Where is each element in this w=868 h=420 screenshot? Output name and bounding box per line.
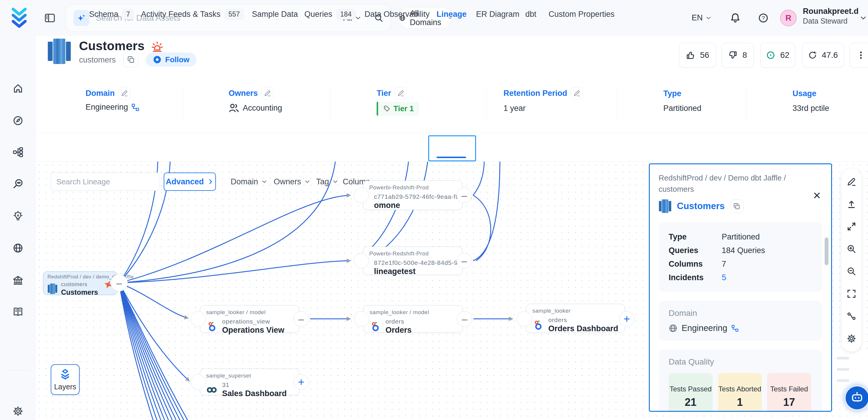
help-icon[interactable]: [758, 13, 769, 23]
expand-downstream-button[interactable]: +: [619, 311, 634, 327]
node-input-port[interactable]: [190, 311, 206, 327]
filter-owners-dropdown[interactable]: Owners: [274, 173, 310, 191]
node-input-port[interactable]: [353, 253, 369, 268]
sidebar-explore-icon[interactable]: [13, 115, 23, 126]
tab-activity-feeds[interactable]: Activity Feeds & Tasks557: [141, 0, 244, 29]
lineage-config-icon[interactable]: [847, 311, 856, 321]
score-button[interactable]: 62: [761, 43, 795, 67]
more-actions-button[interactable]: [850, 43, 868, 67]
sidebar-toggle-icon[interactable]: [44, 12, 56, 24]
expand-all-icon[interactable]: [847, 222, 856, 231]
layers-icon: [59, 368, 71, 380]
hidden-panel-edge: [831, 351, 868, 392]
tests-failed-tile[interactable]: Tests Failed 17: [767, 373, 811, 412]
user-avatar[interactable]: R: [780, 10, 797, 26]
collapse-downstream-button[interactable]: –: [111, 274, 128, 291]
tab-lineage[interactable]: Lineage: [436, 0, 467, 29]
filter-tag-dropdown[interactable]: Tag: [316, 173, 338, 191]
lineage-node-sales-dashboard[interactable]: sample_superset 31 Sales Dashboard: [200, 369, 299, 395]
edit-domain-button[interactable]: [118, 87, 131, 99]
user-menu[interactable]: Rounakpreet.d Data Steward: [803, 6, 859, 26]
sidebar-glossary-icon[interactable]: [13, 306, 23, 317]
node-breadcrumb: RedshiftProd / dev / demo_dbt_jaffle: [48, 274, 113, 280]
skeleton-line: [837, 357, 849, 360]
meta-owners-value[interactable]: Accounting: [228, 102, 282, 113]
tab-sample-data[interactable]: Sample Data: [252, 0, 298, 29]
collapse-downstream-button[interactable]: –: [457, 253, 472, 268]
zoom-in-icon[interactable]: [847, 244, 856, 253]
lineage-node-orders-dashboard[interactable]: sample_looker orders Orders Dashboard: [526, 304, 625, 333]
advanced-filter-button[interactable]: Advanced: [164, 173, 216, 191]
export-icon[interactable]: [847, 200, 856, 209]
lineage-node-customers[interactable]: RedshiftProd / dev / demo_dbt_jaffle cus…: [43, 271, 117, 295]
sidebar-data-flow-icon[interactable]: [13, 147, 23, 157]
copy-name-button[interactable]: [123, 52, 138, 67]
meta-usage-value: 33rd pctile: [793, 104, 829, 113]
chevron-down-icon: [355, 15, 361, 21]
settings-icon[interactable]: [847, 334, 856, 343]
node-sub: 31: [222, 381, 287, 389]
active-tab-underline: [436, 157, 466, 158]
zoom-out-icon[interactable]: [847, 267, 856, 276]
node-input-port[interactable]: [517, 311, 532, 327]
node-input-port[interactable]: [354, 311, 369, 327]
lineage-node-orders[interactable]: sample_looker / model orders Orders: [363, 305, 463, 333]
lineage-search-input[interactable]: [56, 177, 155, 186]
notifications-bell-icon[interactable]: [730, 12, 741, 23]
globe-icon: [669, 324, 678, 333]
collapse-downstream-button[interactable]: –: [457, 187, 472, 203]
tier-badge[interactable]: Tier 1: [377, 102, 419, 116]
tab-dbt[interactable]: dbt: [525, 0, 536, 29]
ai-sparkle-icon[interactable]: [73, 10, 89, 26]
app-logo-icon[interactable]: [10, 8, 28, 28]
layers-button[interactable]: Layers: [51, 364, 80, 395]
panel-breadcrumb[interactable]: RedshiftProd / dev / Demo dbt Jaffle / c…: [659, 173, 822, 195]
lineage-node-lineagetest[interactable]: Powerbi-Redshift-Prod 872e1f0c-500e-4e28…: [363, 247, 462, 275]
lineage-node-operations-view[interactable]: sample_looker / model operations_view Op…: [200, 305, 299, 333]
edit-lineage-icon[interactable]: [847, 177, 856, 186]
tests-passed-tile[interactable]: Tests Passed 21: [669, 373, 713, 412]
expand-downstream-button[interactable]: +: [293, 374, 309, 390]
language-selector[interactable]: EN: [692, 13, 711, 22]
tab-custom-properties[interactable]: Custom Properties: [549, 0, 615, 29]
collapse-downstream-button[interactable]: –: [457, 311, 472, 327]
entity-name: customers: [79, 55, 116, 65]
alert-siren-icon[interactable]: [151, 41, 163, 53]
downvote-button[interactable]: 8: [722, 43, 753, 67]
lineage-canvas[interactable]: Advanced Domain Owners Tag Column Redshi…: [36, 162, 868, 420]
looker-icon: [532, 320, 544, 331]
panel-title-link[interactable]: Customers: [677, 201, 725, 211]
lineage-node-omone[interactable]: Powerbi-Redshift-Prod c771ab29-5792-46fc…: [363, 181, 462, 210]
tab-queries[interactable]: Queries184: [304, 0, 355, 29]
sidebar-settings-icon[interactable]: [13, 406, 23, 417]
tab-data-observability[interactable]: Data Observability: [365, 0, 430, 29]
tab-schema[interactable]: Schema7: [89, 0, 134, 29]
lineage-search-select[interactable]: [51, 173, 159, 191]
follow-button[interactable]: Follow: [146, 53, 196, 67]
node-input-port[interactable]: [353, 187, 369, 203]
meta-domain-value[interactable]: Engineering: [86, 102, 139, 112]
collapse-downstream-button[interactable]: –: [293, 311, 309, 327]
hierarchy-icon: [131, 103, 139, 111]
chatbot-button[interactable]: [844, 385, 868, 411]
close-panel-icon[interactable]: ✕: [813, 190, 822, 202]
upvote-button[interactable]: 56: [679, 43, 716, 67]
edit-owners-button[interactable]: [261, 87, 274, 99]
edit-retention-button[interactable]: [571, 87, 583, 99]
fit-view-icon[interactable]: [847, 289, 856, 299]
edit-tier-button[interactable]: [395, 87, 407, 99]
usage-button[interactable]: 47.6: [802, 43, 844, 67]
incidents-link[interactable]: 5: [722, 271, 726, 284]
sidebar-domains-icon[interactable]: [13, 243, 23, 253]
filter-domain-dropdown[interactable]: Domain: [230, 173, 267, 191]
copy-link-button[interactable]: [730, 200, 744, 213]
domain-value[interactable]: Engineering: [682, 323, 727, 333]
sidebar-insights-icon[interactable]: [13, 211, 23, 221]
sidebar-home-icon[interactable]: [13, 83, 23, 94]
sidebar-observability-icon[interactable]: [13, 178, 23, 189]
sidebar-governance-icon[interactable]: [13, 275, 23, 286]
node-input-port[interactable]: [190, 374, 206, 390]
tests-aborted-tile[interactable]: Tests Aborted 1: [718, 373, 762, 412]
tab-er-diagram[interactable]: ER Diagram: [476, 0, 519, 29]
panel-scrollbar[interactable]: [825, 237, 829, 265]
